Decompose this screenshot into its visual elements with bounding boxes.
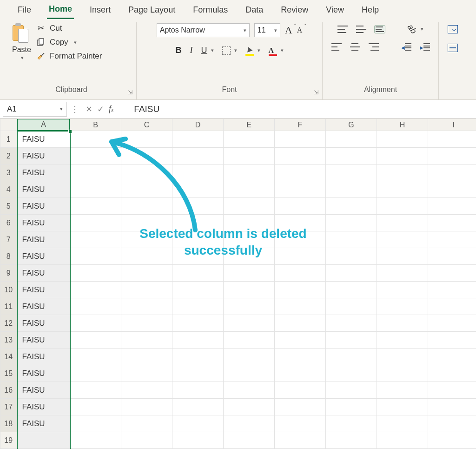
- column-header-G[interactable]: G: [326, 119, 377, 131]
- cell-D17[interactable]: [172, 399, 224, 415]
- column-header-C[interactable]: C: [121, 119, 172, 131]
- cell-I15[interactable]: [428, 365, 476, 382]
- cell-H15[interactable]: [377, 365, 428, 382]
- select-all-corner[interactable]: [0, 119, 17, 131]
- cell-B16[interactable]: [70, 382, 121, 399]
- cell-D11[interactable]: [172, 298, 224, 315]
- row-header-13[interactable]: 13: [0, 332, 17, 349]
- cell-I6[interactable]: [428, 215, 476, 231]
- cell-E5[interactable]: [224, 198, 275, 215]
- cell-E2[interactable]: [224, 148, 275, 164]
- cell-A3[interactable]: FAISU: [17, 164, 70, 181]
- cell-E13[interactable]: [224, 332, 275, 349]
- cell-G16[interactable]: [326, 382, 377, 399]
- cell-C3[interactable]: [121, 164, 172, 181]
- cell-F17[interactable]: [275, 399, 326, 415]
- align-bottom-button[interactable]: [375, 26, 385, 33]
- cell-I9[interactable]: [428, 265, 476, 282]
- cell-B2[interactable]: [70, 148, 121, 164]
- cell-H14[interactable]: [377, 349, 428, 365]
- cell-H19[interactable]: [377, 432, 428, 449]
- cell-C19[interactable]: [121, 432, 172, 449]
- cell-B13[interactable]: [70, 332, 121, 349]
- cell-F14[interactable]: [275, 349, 326, 365]
- cell-H18[interactable]: [377, 415, 428, 432]
- tab-help[interactable]: Help: [360, 3, 381, 19]
- cell-I16[interactable]: [428, 382, 476, 399]
- cell-E8[interactable]: [224, 248, 275, 265]
- tab-home[interactable]: Home: [47, 2, 74, 19]
- cell-I14[interactable]: [428, 349, 476, 365]
- cell-A11[interactable]: FAISU: [17, 298, 70, 315]
- spreadsheet-grid[interactable]: ABCDEFGHI1FAISU2FAISU3FAISU4FAISU5FAISU6…: [0, 118, 476, 454]
- cell-C5[interactable]: [121, 198, 172, 215]
- row-header-6[interactable]: 6: [0, 215, 17, 231]
- clipboard-dialog-launcher[interactable]: ⇲: [128, 89, 132, 96]
- cell-F8[interactable]: [275, 248, 326, 265]
- italic-button[interactable]: I: [190, 46, 193, 55]
- cell-B17[interactable]: [70, 399, 121, 415]
- cell-I8[interactable]: [428, 248, 476, 265]
- paste-button[interactable]: Paste ▾: [12, 22, 31, 61]
- cell-A18[interactable]: FAISU: [17, 415, 70, 432]
- cell-B7[interactable]: [70, 231, 121, 248]
- cell-A12[interactable]: FAISU: [17, 315, 70, 332]
- column-header-H[interactable]: H: [377, 119, 428, 131]
- cell-A17[interactable]: FAISU: [17, 399, 70, 415]
- cell-E19[interactable]: [224, 432, 275, 449]
- tab-formulas[interactable]: Formulas: [191, 3, 230, 19]
- cell-E15[interactable]: [224, 365, 275, 382]
- merge-center-button[interactable]: [448, 44, 458, 52]
- cell-I18[interactable]: [428, 415, 476, 432]
- cell-A15[interactable]: FAISU: [17, 365, 70, 382]
- cell-C2[interactable]: [121, 148, 172, 164]
- tab-insert[interactable]: Insert: [88, 3, 112, 19]
- cell-C8[interactable]: [121, 248, 172, 265]
- cell-I10[interactable]: [428, 282, 476, 298]
- row-header-10[interactable]: 10: [0, 282, 17, 298]
- cell-H7[interactable]: [377, 231, 428, 248]
- cell-C13[interactable]: [121, 332, 172, 349]
- cell-C10[interactable]: [121, 282, 172, 298]
- name-box[interactable]: A1 ▾: [3, 102, 67, 117]
- decrease-font-button[interactable]: Aˇ: [297, 24, 303, 36]
- cell-E16[interactable]: [224, 382, 275, 399]
- font-size-select[interactable]: 11 ▾: [254, 23, 280, 37]
- row-header-4[interactable]: 4: [0, 181, 17, 198]
- cell-A14[interactable]: FAISU: [17, 349, 70, 365]
- tab-review[interactable]: Review: [279, 3, 310, 19]
- cell-D1[interactable]: [172, 131, 224, 148]
- row-header-15[interactable]: 15: [0, 365, 17, 382]
- fill-color-button[interactable]: ▾: [245, 47, 260, 54]
- wrap-text-button[interactable]: [448, 25, 458, 33]
- cell-I12[interactable]: [428, 315, 476, 332]
- cell-I5[interactable]: [428, 198, 476, 215]
- cell-G14[interactable]: [326, 349, 377, 365]
- cell-B18[interactable]: [70, 415, 121, 432]
- row-header-17[interactable]: 17: [0, 399, 17, 415]
- column-header-I[interactable]: I: [428, 119, 476, 131]
- row-header-5[interactable]: 5: [0, 198, 17, 215]
- cell-G19[interactable]: [326, 432, 377, 449]
- cell-B11[interactable]: [70, 298, 121, 315]
- row-header-8[interactable]: 8: [0, 248, 17, 265]
- align-left-button[interactable]: [331, 43, 342, 51]
- cell-I13[interactable]: [428, 332, 476, 349]
- align-top-button[interactable]: [337, 26, 348, 33]
- selection-handle[interactable]: [68, 130, 72, 133]
- cell-F16[interactable]: [275, 382, 326, 399]
- enter-formula-button[interactable]: ✓: [97, 104, 104, 114]
- cell-C6[interactable]: [121, 215, 172, 231]
- cell-C7[interactable]: [121, 231, 172, 248]
- cell-D13[interactable]: [172, 332, 224, 349]
- cell-D6[interactable]: [172, 215, 224, 231]
- borders-button[interactable]: ▾: [222, 46, 237, 55]
- cell-G5[interactable]: [326, 198, 377, 215]
- cell-A6[interactable]: FAISU: [17, 215, 70, 231]
- font-name-select[interactable]: Aptos Narrow ▾: [157, 23, 250, 37]
- cell-D16[interactable]: [172, 382, 224, 399]
- cell-G11[interactable]: [326, 298, 377, 315]
- cell-C11[interactable]: [121, 298, 172, 315]
- cell-D14[interactable]: [172, 349, 224, 365]
- row-header-14[interactable]: 14: [0, 349, 17, 365]
